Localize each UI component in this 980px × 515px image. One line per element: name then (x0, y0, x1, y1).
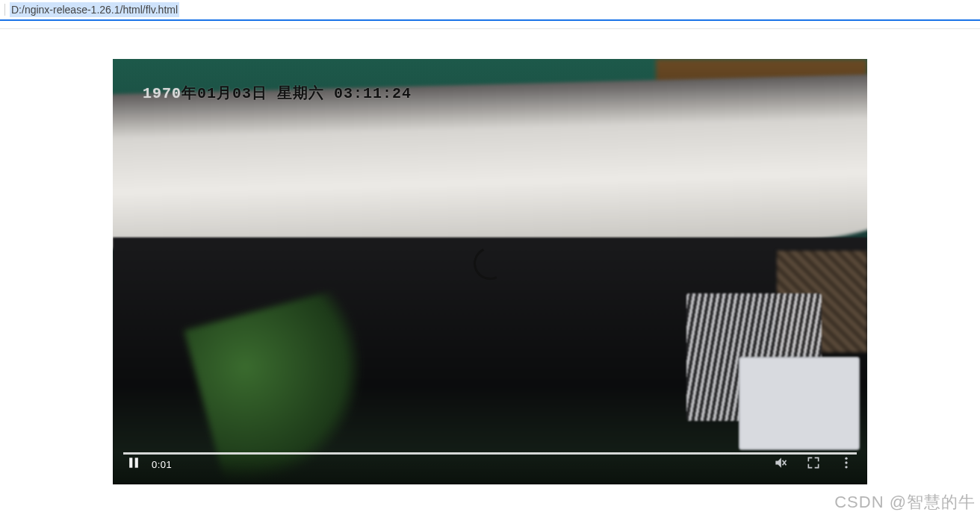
svg-point-5 (845, 461, 847, 464)
fullscreen-icon (806, 455, 821, 473)
page-body: 1970年01月03日 星期六 03:11:24 0:01 (0, 28, 980, 484)
pause-button[interactable] (123, 454, 144, 475)
svg-point-6 (845, 466, 847, 468)
video-controls: 0:01 (113, 449, 867, 484)
camera-timestamp-overlay: 1970年01月03日 星期六 03:11:24 (143, 83, 412, 103)
video-player[interactable]: 1970年01月03日 星期六 03:11:24 0:01 (113, 59, 867, 484)
fullscreen-button[interactable] (803, 454, 824, 475)
address-bar-divider (4, 4, 5, 16)
timestamp-rest: 年01月03日 星期六 03:11:24 (182, 85, 412, 102)
svg-point-4 (845, 458, 847, 460)
volume-button[interactable] (770, 454, 791, 475)
url-text[interactable]: D:/nginx-release-1.26.1/html/flv.html (10, 2, 179, 17)
timestamp-year: 1970 (143, 85, 182, 102)
svg-rect-0 (129, 458, 132, 467)
svg-rect-1 (135, 458, 138, 467)
volume-muted-icon (773, 455, 788, 473)
current-time-label: 0:01 (152, 459, 172, 470)
more-options-button[interactable] (836, 454, 857, 475)
browser-address-bar[interactable]: D:/nginx-release-1.26.1/html/flv.html (0, 0, 980, 21)
pause-icon (126, 455, 141, 473)
watermark-text: CSDN @智慧的牛 (834, 491, 976, 514)
more-vert-icon (839, 455, 854, 473)
